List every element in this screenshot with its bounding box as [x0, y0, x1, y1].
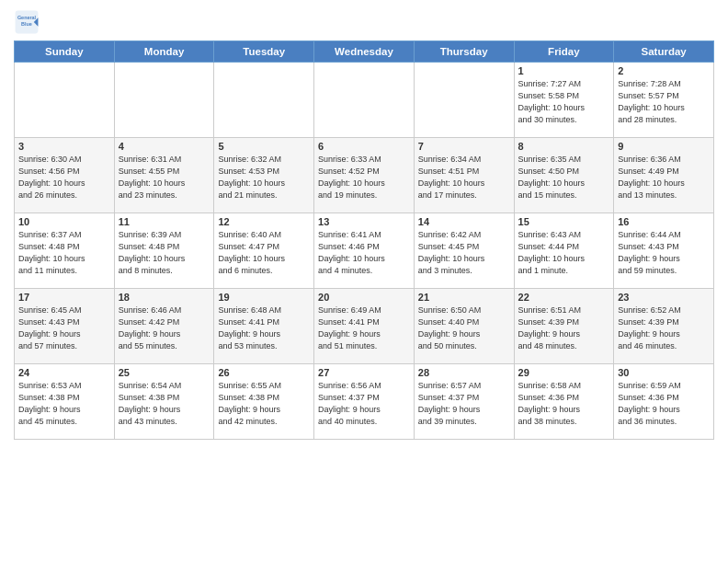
day-number: 29: [518, 367, 610, 378]
week-row-0: 1Sunrise: 7:27 AM Sunset: 5:58 PM Daylig…: [15, 63, 714, 138]
day-detail: Sunrise: 6:32 AM Sunset: 4:53 PM Dayligh…: [218, 154, 310, 201]
header-cell-wednesday: Wednesday: [314, 41, 415, 63]
day-cell: [15, 63, 115, 138]
day-number: 25: [119, 367, 210, 378]
day-cell: 20Sunrise: 6:49 AM Sunset: 4:41 PM Dayli…: [314, 289, 415, 364]
header-cell-monday: Monday: [114, 41, 214, 63]
day-number: 8: [518, 141, 610, 152]
day-number: 21: [418, 292, 510, 303]
day-detail: Sunrise: 6:53 AM Sunset: 4:38 PM Dayligh…: [18, 380, 110, 428]
day-number: 2: [618, 65, 710, 76]
day-number: 19: [218, 292, 310, 303]
day-detail: Sunrise: 6:54 AM Sunset: 4:38 PM Dayligh…: [119, 380, 210, 428]
header-cell-saturday: Saturday: [614, 41, 714, 63]
day-cell: 3Sunrise: 6:30 AM Sunset: 4:56 PM Daylig…: [15, 138, 115, 213]
day-cell: [314, 63, 415, 138]
day-detail: Sunrise: 6:39 AM Sunset: 4:48 PM Dayligh…: [119, 229, 210, 277]
day-cell: 12Sunrise: 6:40 AM Sunset: 4:47 PM Dayli…: [214, 213, 314, 289]
day-cell: 8Sunrise: 6:35 AM Sunset: 4:50 PM Daylig…: [514, 138, 614, 213]
day-detail: Sunrise: 6:56 AM Sunset: 4:37 PM Dayligh…: [318, 380, 410, 428]
day-detail: Sunrise: 6:37 AM Sunset: 4:48 PM Dayligh…: [18, 229, 110, 277]
day-cell: 30Sunrise: 6:59 AM Sunset: 4:36 PM Dayli…: [614, 364, 714, 440]
day-cell: 11Sunrise: 6:39 AM Sunset: 4:48 PM Dayli…: [114, 213, 214, 289]
day-detail: Sunrise: 7:27 AM Sunset: 5:58 PM Dayligh…: [518, 78, 610, 126]
day-cell: 21Sunrise: 6:50 AM Sunset: 4:40 PM Dayli…: [414, 289, 514, 364]
svg-text:General: General: [17, 15, 37, 20]
day-number: 27: [318, 367, 410, 378]
day-detail: Sunrise: 6:30 AM Sunset: 4:56 PM Dayligh…: [18, 154, 110, 201]
day-number: 17: [18, 292, 110, 303]
header: General Blue: [14, 9, 714, 35]
day-detail: Sunrise: 6:31 AM Sunset: 4:55 PM Dayligh…: [119, 154, 210, 201]
day-number: 3: [18, 141, 110, 152]
day-cell: 26Sunrise: 6:55 AM Sunset: 4:38 PM Dayli…: [214, 364, 314, 440]
day-number: 23: [618, 292, 710, 303]
day-cell: 13Sunrise: 6:41 AM Sunset: 4:46 PM Dayli…: [314, 213, 415, 289]
day-number: 16: [618, 216, 710, 227]
calendar-body: 1Sunrise: 7:27 AM Sunset: 5:58 PM Daylig…: [15, 63, 714, 440]
day-number: 28: [418, 367, 510, 378]
day-detail: Sunrise: 6:58 AM Sunset: 4:36 PM Dayligh…: [518, 380, 610, 428]
day-detail: Sunrise: 6:46 AM Sunset: 4:42 PM Dayligh…: [119, 304, 210, 352]
day-detail: Sunrise: 6:43 AM Sunset: 4:44 PM Dayligh…: [518, 229, 610, 277]
day-cell: 25Sunrise: 6:54 AM Sunset: 4:38 PM Dayli…: [114, 364, 214, 440]
day-detail: Sunrise: 6:55 AM Sunset: 4:38 PM Dayligh…: [218, 380, 310, 428]
day-cell: 24Sunrise: 6:53 AM Sunset: 4:38 PM Dayli…: [15, 364, 115, 440]
day-number: 10: [18, 216, 110, 227]
day-detail: Sunrise: 6:42 AM Sunset: 4:45 PM Dayligh…: [418, 229, 510, 277]
day-number: 5: [218, 141, 310, 152]
day-cell: 4Sunrise: 6:31 AM Sunset: 4:55 PM Daylig…: [114, 138, 214, 213]
day-detail: Sunrise: 6:57 AM Sunset: 4:37 PM Dayligh…: [418, 380, 510, 428]
day-number: 30: [618, 367, 710, 378]
page: General Blue SundayMondayTuesdayWednesda…: [0, 0, 728, 563]
day-detail: Sunrise: 6:45 AM Sunset: 4:43 PM Dayligh…: [18, 304, 110, 352]
day-number: 14: [418, 216, 510, 227]
calendar-header: SundayMondayTuesdayWednesdayThursdayFrid…: [15, 41, 714, 63]
day-cell: 29Sunrise: 6:58 AM Sunset: 4:36 PM Dayli…: [514, 364, 614, 440]
day-cell: [114, 63, 214, 138]
day-number: 6: [318, 141, 410, 152]
day-cell: 6Sunrise: 6:33 AM Sunset: 4:52 PM Daylig…: [314, 138, 415, 213]
day-detail: Sunrise: 6:48 AM Sunset: 4:41 PM Dayligh…: [218, 304, 310, 352]
day-number: 12: [218, 216, 310, 227]
day-detail: Sunrise: 6:51 AM Sunset: 4:39 PM Dayligh…: [518, 304, 610, 352]
day-number: 15: [518, 216, 610, 227]
day-detail: Sunrise: 6:34 AM Sunset: 4:51 PM Dayligh…: [418, 154, 510, 201]
day-number: 13: [318, 216, 410, 227]
day-cell: 23Sunrise: 6:52 AM Sunset: 4:39 PM Dayli…: [614, 289, 714, 364]
week-row-3: 17Sunrise: 6:45 AM Sunset: 4:43 PM Dayli…: [15, 289, 714, 364]
day-cell: 5Sunrise: 6:32 AM Sunset: 4:53 PM Daylig…: [214, 138, 314, 213]
day-detail: Sunrise: 6:36 AM Sunset: 4:49 PM Dayligh…: [618, 154, 710, 201]
day-cell: 7Sunrise: 6:34 AM Sunset: 4:51 PM Daylig…: [414, 138, 514, 213]
day-cell: 16Sunrise: 6:44 AM Sunset: 4:43 PM Dayli…: [614, 213, 714, 289]
day-detail: Sunrise: 6:33 AM Sunset: 4:52 PM Dayligh…: [318, 154, 410, 201]
day-number: 11: [119, 216, 210, 227]
day-cell: 19Sunrise: 6:48 AM Sunset: 4:41 PM Dayli…: [214, 289, 314, 364]
day-detail: Sunrise: 6:49 AM Sunset: 4:41 PM Dayligh…: [318, 304, 410, 352]
day-cell: 2Sunrise: 7:28 AM Sunset: 5:57 PM Daylig…: [614, 63, 714, 138]
day-cell: [214, 63, 314, 138]
day-cell: 9Sunrise: 6:36 AM Sunset: 4:49 PM Daylig…: [614, 138, 714, 213]
day-cell: [414, 63, 514, 138]
day-detail: Sunrise: 6:35 AM Sunset: 4:50 PM Dayligh…: [518, 154, 610, 201]
header-cell-friday: Friday: [514, 41, 614, 63]
day-cell: 22Sunrise: 6:51 AM Sunset: 4:39 PM Dayli…: [514, 289, 614, 364]
calendar-table: SundayMondayTuesdayWednesdayThursdayFrid…: [14, 40, 714, 440]
day-cell: 15Sunrise: 6:43 AM Sunset: 4:44 PM Dayli…: [514, 213, 614, 289]
day-detail: Sunrise: 7:28 AM Sunset: 5:57 PM Dayligh…: [618, 78, 710, 126]
day-detail: Sunrise: 6:40 AM Sunset: 4:47 PM Dayligh…: [218, 229, 310, 277]
week-row-1: 3Sunrise: 6:30 AM Sunset: 4:56 PM Daylig…: [15, 138, 714, 213]
day-cell: 28Sunrise: 6:57 AM Sunset: 4:37 PM Dayli…: [414, 364, 514, 440]
header-cell-sunday: Sunday: [15, 41, 115, 63]
header-cell-tuesday: Tuesday: [214, 41, 314, 63]
day-cell: 1Sunrise: 7:27 AM Sunset: 5:58 PM Daylig…: [514, 63, 614, 138]
day-number: 1: [518, 65, 610, 76]
day-cell: 14Sunrise: 6:42 AM Sunset: 4:45 PM Dayli…: [414, 213, 514, 289]
logo: General Blue: [14, 9, 40, 35]
day-number: 18: [119, 292, 210, 303]
day-number: 7: [418, 141, 510, 152]
day-number: 24: [18, 367, 110, 378]
day-number: 26: [218, 367, 310, 378]
day-number: 20: [318, 292, 410, 303]
day-detail: Sunrise: 6:59 AM Sunset: 4:36 PM Dayligh…: [618, 380, 710, 428]
